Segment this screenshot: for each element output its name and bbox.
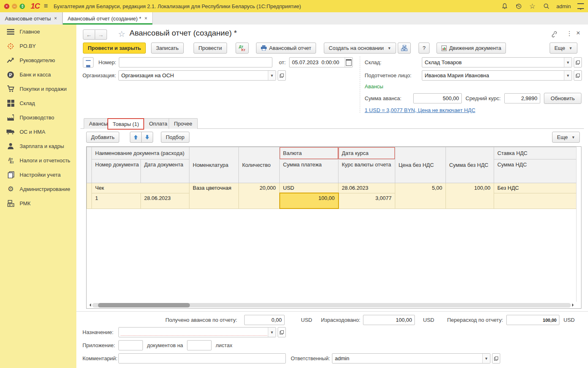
table-row[interactable]: 1 28.06.2023 100,00 3,0077 — [87, 193, 577, 209]
organization-input[interactable] — [119, 71, 268, 80]
responsible-open-button[interactable] — [492, 353, 500, 364]
window-minimize-icon[interactable]: – — [12, 4, 17, 9]
sidebar-item-main[interactable]: Главное — [0, 25, 76, 39]
avg-rate-input[interactable] — [504, 93, 540, 103]
pick-button[interactable]: Подбор — [161, 132, 189, 143]
window-close-icon[interactable]: × — [4, 4, 9, 9]
date-field[interactable] — [289, 57, 353, 67]
attachment-docs-input[interactable] — [118, 340, 143, 350]
cell-doc-name[interactable]: Чек — [92, 183, 189, 193]
scrollbar-track[interactable] — [92, 303, 571, 307]
spent-input[interactable] — [363, 315, 415, 325]
currency-rate-link[interactable]: 1 USD = 3,0077 BYN, Цена не включает НДС — [365, 107, 475, 113]
sidebar-item-accounting-settings[interactable]: Настройки учета — [0, 168, 76, 182]
cell-doc-date[interactable]: 28.06.2023 — [141, 193, 189, 209]
cell-payment-sum-selected[interactable]: 100,00 — [280, 193, 339, 209]
sidebar-item-os-nma[interactable]: ОС и НМА — [0, 125, 76, 139]
favorites-star-icon[interactable]: ☆ — [529, 2, 536, 10]
document-movements-button[interactable]: Движения документа — [437, 43, 506, 54]
accountable-person-input[interactable] — [422, 71, 564, 80]
cell-doc-number[interactable]: 1 — [92, 193, 141, 209]
chevron-down-icon[interactable]: ▼ — [268, 328, 276, 337]
warehouse-input[interactable] — [422, 58, 564, 67]
window-tab-advance-report-new[interactable]: Авансовый отчет (создание) * × — [62, 12, 153, 25]
table-more-button[interactable]: Еще▼ — [552, 132, 580, 143]
cell-currency[interactable]: USD — [280, 183, 339, 193]
cell-nomenclature[interactable]: Ваза цветочная — [189, 183, 239, 209]
scroll-right-icon[interactable] — [572, 303, 575, 307]
sidebar-item-poby[interactable]: PO.BY — [0, 39, 76, 53]
sidebar-item-bank-cash[interactable]: P Банк и касса — [0, 67, 76, 82]
main-menu-icon[interactable]: ≡ — [44, 2, 48, 10]
favorite-star-icon[interactable]: ☆ — [118, 29, 125, 39]
sidebar-item-taxes[interactable]: ДтКт Налоги и отчетность — [0, 153, 76, 168]
accountable-person-field[interactable]: ▼ — [422, 70, 572, 81]
cell-report-rate[interactable]: 3,0077 — [339, 193, 395, 209]
horizontal-scrollbar[interactable] — [87, 302, 577, 308]
cell-vat-sum[interactable] — [494, 193, 577, 209]
calendar-icon[interactable] — [345, 58, 352, 67]
settings-menu-icon[interactable] — [577, 3, 584, 9]
chevron-down-icon[interactable]: ▼ — [268, 71, 276, 80]
vertical-scrollbar[interactable] — [576, 147, 581, 308]
number-input[interactable] — [119, 57, 272, 67]
print-report-button[interactable]: Авансовый отчет — [256, 43, 316, 54]
chevron-down-icon[interactable]: ▼ — [564, 58, 572, 67]
organization-open-button[interactable] — [278, 70, 286, 81]
notifications-bell-icon[interactable] — [501, 2, 508, 10]
responsible-field[interactable]: ▼ — [332, 353, 490, 364]
purpose-open-button[interactable] — [278, 327, 286, 337]
purpose-input[interactable] — [119, 328, 268, 337]
sidebar-item-production[interactable]: Производство — [0, 110, 76, 125]
chevron-down-icon[interactable]: ▼ — [482, 354, 490, 363]
sidebar-item-warehouse[interactable]: Склад — [0, 96, 76, 110]
overspent-input[interactable] — [506, 315, 559, 325]
sidebar-item-manager[interactable]: Руководителю — [0, 53, 76, 67]
table-row[interactable]: Чек Ваза цветочная 20,000 USD 28.06.2023… — [87, 183, 577, 193]
comment-input[interactable] — [118, 353, 286, 364]
copy-link-icon[interactable] — [550, 31, 557, 38]
warehouse-field[interactable]: ▼ — [422, 57, 572, 67]
cell-quantity[interactable]: 20,000 — [239, 183, 280, 209]
add-row-button[interactable]: Добавить — [86, 132, 119, 143]
sidebar-item-administration[interactable]: ⚙ Администрирование — [0, 182, 76, 196]
search-icon[interactable] — [543, 2, 550, 10]
advance-sum-input[interactable] — [413, 93, 462, 103]
post-and-close-button[interactable]: Провести и закрыть — [83, 43, 146, 54]
scrollbar-thumb[interactable] — [98, 303, 190, 307]
more-dots-icon[interactable]: ⋮ — [566, 30, 572, 37]
cell-price-no-vat[interactable]: 5,00 — [395, 183, 446, 209]
accountable-person-open-button[interactable] — [574, 70, 582, 81]
forward-button[interactable]: → — [95, 29, 107, 40]
cell-vat-rate[interactable]: Без НДС — [494, 183, 577, 193]
form-more-button[interactable]: Еще▼ — [550, 43, 577, 54]
attachment-sheets-input[interactable] — [187, 340, 212, 350]
dtkt-button[interactable]: ДтКт — [236, 43, 249, 54]
date-input[interactable] — [290, 58, 345, 67]
purpose-field[interactable]: ▼ — [118, 327, 276, 337]
organization-field[interactable]: ▼ — [118, 70, 276, 81]
warehouse-open-button[interactable] — [574, 57, 582, 67]
structure-button[interactable] — [398, 43, 411, 54]
window-restore-icon[interactable] — [20, 4, 25, 9]
tab-goods[interactable]: Товары (1) — [107, 118, 144, 129]
post-button[interactable]: Провести — [194, 43, 227, 54]
back-button[interactable]: ← — [83, 29, 95, 40]
advances-section-label[interactable]: Авансы — [365, 83, 383, 90]
sidebar-item-rmk[interactable]: РМК — [0, 196, 76, 211]
scroll-left-icon[interactable] — [88, 303, 91, 307]
close-form-icon[interactable]: × — [576, 29, 580, 37]
history-icon[interactable] — [515, 2, 522, 10]
row-selector[interactable] — [87, 183, 92, 209]
cell-sum-no-vat[interactable]: 100,00 — [446, 183, 494, 209]
help-button[interactable]: ? — [419, 43, 430, 54]
move-up-button[interactable] — [130, 132, 142, 143]
sidebar-item-purchases-sales[interactable]: Покупки и продажи — [0, 82, 76, 96]
save-button[interactable]: Записать — [151, 43, 184, 54]
cell-rate-date[interactable]: 28.06.2023 — [339, 183, 395, 193]
user-name[interactable]: admin — [557, 3, 571, 9]
move-down-button[interactable] — [141, 132, 153, 143]
tab-close-icon[interactable]: × — [145, 16, 147, 21]
responsible-input[interactable] — [332, 354, 482, 363]
sidebar-item-salary-hr[interactable]: Зарплата и кадры — [0, 139, 76, 153]
